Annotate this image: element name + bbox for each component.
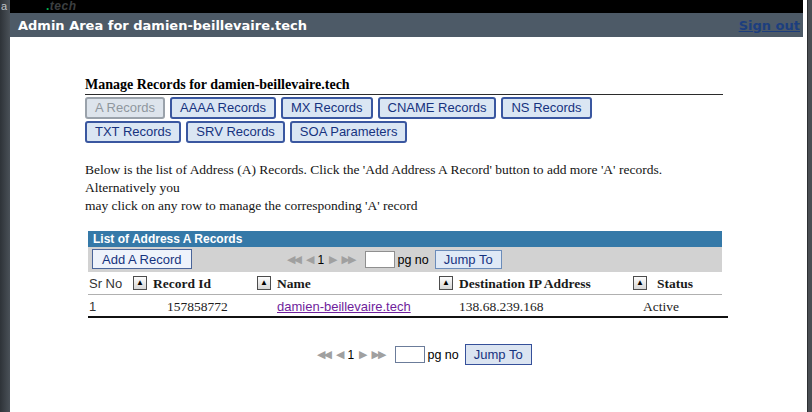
last-page-icon[interactable]: ▶▶ (342, 253, 355, 266)
sort-icon[interactable]: ▲ (133, 276, 147, 290)
first-page-icon[interactable]: ◀◀ (317, 348, 330, 361)
table-title: List of Address A Records (88, 231, 722, 247)
pagination-top: ◀◀ ◀ 1 ▶ ▶▶ pg no Jump To (284, 250, 502, 269)
tab-srv-records[interactable]: SRV Records (186, 121, 285, 143)
first-page-icon[interactable]: ◀◀ (287, 253, 300, 266)
record-name-link[interactable]: damien-beillevaire.tech (277, 299, 411, 314)
column-header-record-id: Record Id (153, 276, 211, 292)
screen: a .tech Admin Area for damien-beillevair… (0, 0, 812, 412)
a-records-table: List of Address A Records Add A Record ◀… (88, 231, 722, 318)
column-header-name: Name (277, 276, 311, 292)
add-a-record-button[interactable]: Add A Record (92, 249, 192, 269)
column-header-status: Status (657, 276, 693, 292)
prev-page-icon[interactable]: ◀ (306, 253, 312, 266)
current-page-number: 1 (317, 253, 324, 267)
site-top-bar: .tech (8, 0, 803, 13)
pg-no-label: pg no (397, 253, 428, 267)
tech-logo: .tech (46, 0, 77, 13)
background-text: a (1, 0, 7, 13)
column-header-sr-no: Sr No (89, 276, 122, 291)
description-line-2: may click on any row to manage the corre… (85, 197, 725, 215)
jump-to-button[interactable]: Jump To (465, 344, 532, 365)
cell-sr-no: 1 (89, 299, 96, 314)
record-type-tabs: A Records AAAA Records MX Records CNAME … (85, 97, 653, 145)
modal-title: Admin Area for damien-beillevaire.tech (18, 18, 307, 33)
current-page-number: 1 (347, 348, 354, 362)
modal-header: Admin Area for damien-beillevaire.tech S… (10, 13, 803, 37)
page-title: Manage Records for damien-beillevaire.te… (85, 77, 350, 93)
cell-destination-ip: 138.68.239.168 (459, 299, 543, 315)
table-row[interactable]: 1 157858772 damien-beillevaire.tech 138.… (88, 295, 728, 318)
tab-soa-parameters[interactable]: SOA Parameters (290, 121, 408, 143)
background-page-edge: a (0, 0, 10, 412)
tab-a-records[interactable]: A Records (85, 97, 165, 119)
page-number-input[interactable] (395, 346, 425, 363)
tab-txt-records[interactable]: TXT Records (85, 121, 181, 143)
cell-record-id: 157858772 (167, 299, 228, 315)
prev-page-icon[interactable]: ◀ (336, 348, 342, 361)
tab-aaaa-records[interactable]: AAAA Records (170, 97, 276, 119)
sort-icon[interactable]: ▲ (439, 276, 453, 290)
pg-no-label: pg no (427, 348, 458, 362)
page-number-input[interactable] (365, 251, 395, 268)
last-page-icon[interactable]: ▶▶ (372, 348, 385, 361)
heading-divider (85, 94, 723, 95)
tab-cname-records[interactable]: CNAME Records (378, 97, 497, 119)
tab-mx-records[interactable]: MX Records (281, 97, 373, 119)
tab-ns-records[interactable]: NS Records (501, 97, 591, 119)
sign-out-link[interactable]: Sign out (739, 18, 800, 33)
sort-icon[interactable]: ▲ (633, 276, 647, 290)
next-page-icon[interactable]: ▶ (329, 253, 335, 266)
jump-to-button[interactable]: Jump To (435, 250, 502, 269)
pagination-bottom: ◀◀ ◀ 1 ▶ ▶▶ pg no Jump To (314, 344, 532, 365)
logo-text: tech (50, 0, 77, 13)
description-text: Below is the list of Address (A) Records… (85, 161, 725, 215)
table-toolbar: Add A Record ◀◀ ◀ 1 ▶ ▶▶ pg no Jump To (88, 247, 722, 272)
sort-icon[interactable]: ▲ (257, 276, 271, 290)
table-header-row: Sr No ▲ Record Id ▲ Name ▲ Destination I… (88, 272, 722, 295)
cell-status: Active (643, 299, 679, 315)
description-line-1: Below is the list of Address (A) Records… (85, 161, 725, 197)
column-header-destination-ip: Destination IP Address (459, 276, 591, 292)
next-page-icon[interactable]: ▶ (359, 348, 365, 361)
window-right-edge (807, 0, 812, 412)
